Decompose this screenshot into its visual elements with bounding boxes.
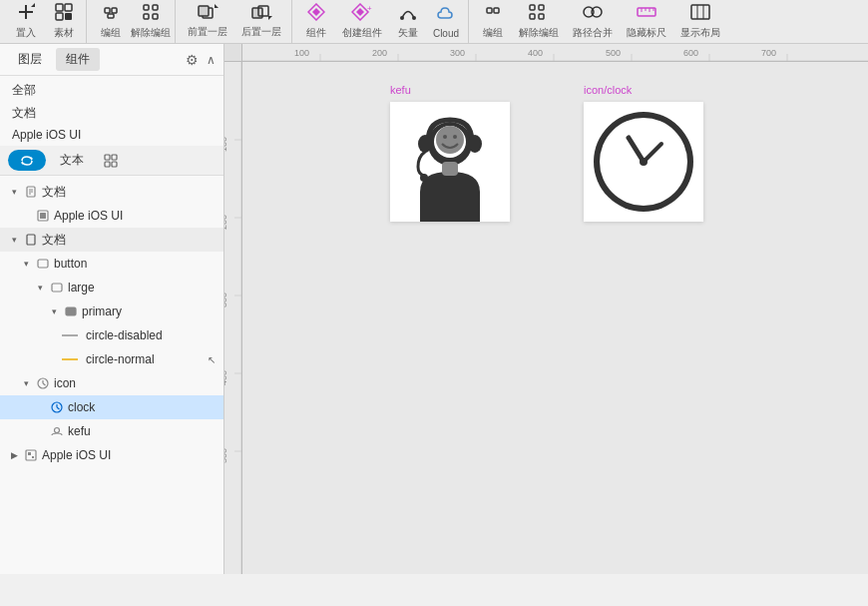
- kefu-label: kefu: [68, 424, 216, 438]
- tree-primary[interactable]: ▾ primary: [0, 300, 223, 323]
- svg-text:700: 700: [761, 48, 776, 58]
- svg-point-102: [453, 135, 457, 139]
- filter-doc[interactable]: 文档: [8, 103, 216, 124]
- filter-team[interactable]: Apple iOS UI: [8, 126, 216, 144]
- ruler-corner: [224, 44, 242, 62]
- send-backward-btn[interactable]: 后置一层: [235, 4, 287, 40]
- svg-marker-44: [21, 161, 23, 165]
- path-merge-icon: [582, 3, 604, 24]
- left-panel: 图层 组件 ⚙ ∧ 全部 文档 Apple iOS UI: [0, 44, 224, 574]
- svg-rect-48: [112, 162, 117, 167]
- svg-text:300: 300: [450, 48, 465, 58]
- svg-rect-47: [105, 162, 110, 167]
- arrow-apple-footer: ▶: [8, 449, 20, 461]
- toolbar-group-order: 前置一层 后置一层: [178, 0, 292, 43]
- doc-label: 文档: [42, 184, 216, 201]
- large-icon: [50, 281, 64, 295]
- hide-ruler-label: 隐藏标尺: [627, 26, 666, 40]
- svg-rect-46: [112, 155, 117, 160]
- sync-tab[interactable]: [8, 150, 46, 171]
- svg-text:+: +: [367, 4, 372, 13]
- tree-icon[interactable]: ▾ icon: [0, 371, 223, 395]
- svg-rect-27: [487, 8, 492, 13]
- tree-section-doc[interactable]: ▾ 文档: [0, 180, 223, 204]
- clock-label: clock: [68, 400, 216, 414]
- bring-forward-btn[interactable]: 前置一层: [182, 4, 233, 40]
- assets-icon: [55, 3, 73, 24]
- hide-ruler-btn[interactable]: 隐藏标尺: [621, 4, 672, 40]
- ungroup-btn2[interactable]: 解除编组: [513, 4, 565, 40]
- grid-tab[interactable]: [98, 148, 124, 174]
- svg-text:600: 600: [683, 48, 698, 58]
- component-label: 组件: [306, 26, 326, 40]
- cloud-label: Cloud: [433, 28, 459, 39]
- ungroup-btn[interactable]: 解除编组: [131, 4, 171, 40]
- svg-marker-23: [356, 8, 364, 16]
- collapse-icon[interactable]: ∧: [207, 53, 216, 67]
- svg-rect-8: [112, 8, 117, 13]
- card-kefu[interactable]: kefu: [390, 102, 510, 222]
- svg-rect-31: [530, 14, 535, 19]
- bring-forward-label: 前置一层: [188, 25, 227, 39]
- svg-rect-35: [638, 8, 655, 16]
- svg-rect-5: [56, 13, 63, 20]
- group-icon: [102, 3, 120, 24]
- show-layout-btn[interactable]: 显示布局: [674, 4, 726, 40]
- create-component-btn[interactable]: + 创建组件: [336, 4, 388, 40]
- tree-circle-disabled[interactable]: circle-disabled: [0, 323, 223, 347]
- svg-point-65: [55, 428, 60, 433]
- apple-ios-icon: [36, 209, 50, 223]
- insert-label: 置入: [16, 26, 36, 40]
- tree-large[interactable]: ▾ large: [0, 276, 223, 300]
- svg-marker-43: [31, 157, 33, 161]
- svg-rect-29: [530, 5, 535, 10]
- svg-rect-40: [691, 5, 709, 19]
- tab-components[interactable]: 组件: [56, 48, 100, 71]
- svg-rect-7: [105, 8, 110, 13]
- component-icon: [307, 3, 325, 24]
- apple-footer-icon: [24, 448, 38, 462]
- cloud-icon: [437, 5, 455, 26]
- tree-apple-footer[interactable]: ▶ Apple iOS UI: [0, 443, 223, 467]
- path-merge-btn[interactable]: 路径合并: [567, 4, 619, 40]
- text-tab[interactable]: 文本: [48, 149, 96, 172]
- tree-button[interactable]: ▾ button: [0, 252, 223, 276]
- group-btn2[interactable]: 编组: [475, 4, 511, 40]
- card-clock[interactable]: icon/clock: [584, 102, 703, 222]
- button-label: button: [54, 257, 216, 271]
- assets-btn[interactable]: 素材: [46, 4, 82, 40]
- main-layout: 图层 组件 ⚙ ∧ 全部 文档 Apple iOS UI: [0, 44, 868, 574]
- bring-forward-icon: [197, 4, 218, 23]
- arrow-clock: ▾: [34, 401, 46, 413]
- apple-ios-label: Apple iOS UI: [54, 209, 216, 223]
- component-btn[interactable]: 组件: [298, 4, 334, 40]
- svg-point-100: [436, 126, 464, 154]
- svg-rect-103: [442, 162, 458, 176]
- arrow-large: ▾: [34, 282, 46, 294]
- tree-category-doc[interactable]: ▾ 文档: [0, 228, 223, 252]
- filter-all[interactable]: 全部: [8, 80, 216, 101]
- send-backward-icon: [250, 4, 272, 23]
- toolbar-group-component: 组件 + 创建组件 矢量 Cloud: [294, 0, 469, 43]
- primary-label: primary: [82, 304, 216, 318]
- icon-group-label: icon: [54, 376, 216, 390]
- svg-rect-57: [52, 284, 62, 292]
- svg-rect-54: [40, 213, 46, 219]
- svg-rect-32: [539, 14, 544, 19]
- cloud-btn[interactable]: Cloud: [428, 4, 464, 40]
- vector-btn[interactable]: 矢量: [390, 4, 426, 40]
- insert-btn[interactable]: 置入: [8, 4, 44, 40]
- tree-apple-ios[interactable]: ▾ Apple iOS UI: [0, 204, 223, 228]
- group-btn[interactable]: 编组: [93, 4, 129, 40]
- settings-icon[interactable]: ⚙: [186, 52, 199, 68]
- tree-circle-normal[interactable]: circle-normal ↖: [0, 347, 223, 371]
- ungroup2-icon: [528, 3, 550, 24]
- tab-layers[interactable]: 图层: [8, 48, 52, 71]
- dash-normal: [62, 358, 78, 360]
- svg-point-99: [468, 135, 482, 153]
- svg-marker-2: [31, 3, 35, 7]
- tree-clock[interactable]: ▾ clock: [0, 395, 223, 419]
- card-kefu-label: kefu: [390, 84, 411, 96]
- tree-kefu[interactable]: ▾ kefu: [0, 419, 223, 443]
- svg-text:400: 400: [528, 48, 543, 58]
